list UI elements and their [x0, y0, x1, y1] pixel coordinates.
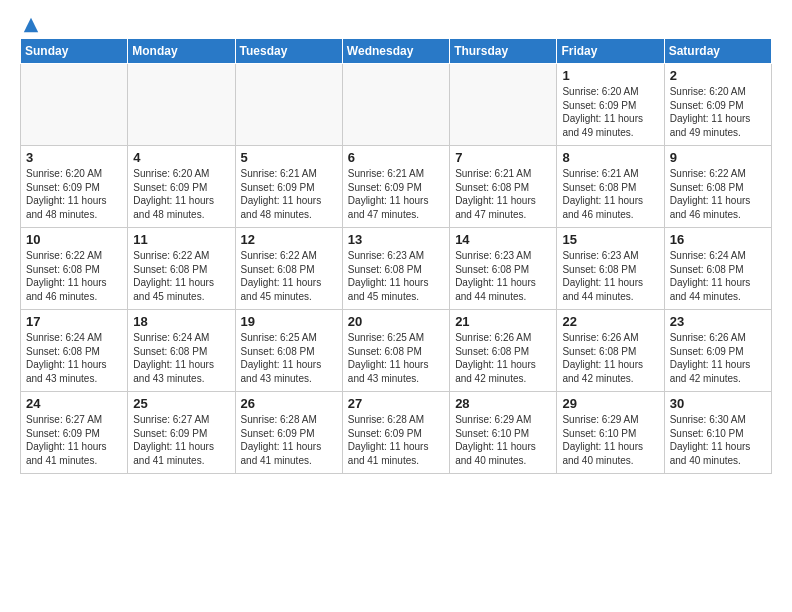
day-cell: 6Sunrise: 6:21 AM Sunset: 6:09 PM Daylig…	[342, 146, 449, 228]
day-number: 24	[26, 396, 122, 411]
logo-icon	[22, 16, 40, 34]
day-cell: 30Sunrise: 6:30 AM Sunset: 6:10 PM Dayli…	[664, 392, 771, 474]
day-number: 18	[133, 314, 229, 329]
weekday-header-wednesday: Wednesday	[342, 39, 449, 64]
day-cell: 22Sunrise: 6:26 AM Sunset: 6:08 PM Dayli…	[557, 310, 664, 392]
day-cell	[450, 64, 557, 146]
day-cell: 26Sunrise: 6:28 AM Sunset: 6:09 PM Dayli…	[235, 392, 342, 474]
day-cell: 7Sunrise: 6:21 AM Sunset: 6:08 PM Daylig…	[450, 146, 557, 228]
weekday-header-saturday: Saturday	[664, 39, 771, 64]
day-number: 17	[26, 314, 122, 329]
day-cell: 20Sunrise: 6:25 AM Sunset: 6:08 PM Dayli…	[342, 310, 449, 392]
day-number: 26	[241, 396, 337, 411]
day-cell	[235, 64, 342, 146]
day-info: Sunrise: 6:28 AM Sunset: 6:09 PM Dayligh…	[348, 413, 444, 467]
page: SundayMondayTuesdayWednesdayThursdayFrid…	[0, 0, 792, 490]
day-cell: 9Sunrise: 6:22 AM Sunset: 6:08 PM Daylig…	[664, 146, 771, 228]
day-cell: 28Sunrise: 6:29 AM Sunset: 6:10 PM Dayli…	[450, 392, 557, 474]
day-number: 4	[133, 150, 229, 165]
day-cell: 21Sunrise: 6:26 AM Sunset: 6:08 PM Dayli…	[450, 310, 557, 392]
day-number: 15	[562, 232, 658, 247]
weekday-header-row: SundayMondayTuesdayWednesdayThursdayFrid…	[21, 39, 772, 64]
day-cell: 3Sunrise: 6:20 AM Sunset: 6:09 PM Daylig…	[21, 146, 128, 228]
day-number: 19	[241, 314, 337, 329]
week-row-2: 3Sunrise: 6:20 AM Sunset: 6:09 PM Daylig…	[21, 146, 772, 228]
day-info: Sunrise: 6:26 AM Sunset: 6:08 PM Dayligh…	[562, 331, 658, 385]
day-cell: 24Sunrise: 6:27 AM Sunset: 6:09 PM Dayli…	[21, 392, 128, 474]
logo	[20, 16, 40, 30]
day-cell: 29Sunrise: 6:29 AM Sunset: 6:10 PM Dayli…	[557, 392, 664, 474]
day-cell: 2Sunrise: 6:20 AM Sunset: 6:09 PM Daylig…	[664, 64, 771, 146]
day-info: Sunrise: 6:21 AM Sunset: 6:08 PM Dayligh…	[562, 167, 658, 221]
day-number: 27	[348, 396, 444, 411]
day-number: 14	[455, 232, 551, 247]
day-info: Sunrise: 6:23 AM Sunset: 6:08 PM Dayligh…	[455, 249, 551, 303]
calendar: SundayMondayTuesdayWednesdayThursdayFrid…	[20, 38, 772, 474]
week-row-5: 24Sunrise: 6:27 AM Sunset: 6:09 PM Dayli…	[21, 392, 772, 474]
day-number: 6	[348, 150, 444, 165]
day-info: Sunrise: 6:20 AM Sunset: 6:09 PM Dayligh…	[670, 85, 766, 139]
day-cell: 17Sunrise: 6:24 AM Sunset: 6:08 PM Dayli…	[21, 310, 128, 392]
day-info: Sunrise: 6:23 AM Sunset: 6:08 PM Dayligh…	[348, 249, 444, 303]
day-cell: 1Sunrise: 6:20 AM Sunset: 6:09 PM Daylig…	[557, 64, 664, 146]
weekday-header-sunday: Sunday	[21, 39, 128, 64]
day-cell	[342, 64, 449, 146]
day-info: Sunrise: 6:21 AM Sunset: 6:09 PM Dayligh…	[348, 167, 444, 221]
day-number: 30	[670, 396, 766, 411]
day-info: Sunrise: 6:20 AM Sunset: 6:09 PM Dayligh…	[562, 85, 658, 139]
day-info: Sunrise: 6:24 AM Sunset: 6:08 PM Dayligh…	[133, 331, 229, 385]
day-cell: 27Sunrise: 6:28 AM Sunset: 6:09 PM Dayli…	[342, 392, 449, 474]
day-number: 25	[133, 396, 229, 411]
day-info: Sunrise: 6:25 AM Sunset: 6:08 PM Dayligh…	[348, 331, 444, 385]
svg-marker-0	[24, 18, 38, 32]
day-info: Sunrise: 6:29 AM Sunset: 6:10 PM Dayligh…	[455, 413, 551, 467]
day-cell: 16Sunrise: 6:24 AM Sunset: 6:08 PM Dayli…	[664, 228, 771, 310]
day-cell: 5Sunrise: 6:21 AM Sunset: 6:09 PM Daylig…	[235, 146, 342, 228]
header	[20, 16, 772, 30]
day-cell: 19Sunrise: 6:25 AM Sunset: 6:08 PM Dayli…	[235, 310, 342, 392]
week-row-3: 10Sunrise: 6:22 AM Sunset: 6:08 PM Dayli…	[21, 228, 772, 310]
day-info: Sunrise: 6:24 AM Sunset: 6:08 PM Dayligh…	[26, 331, 122, 385]
day-number: 22	[562, 314, 658, 329]
day-cell: 10Sunrise: 6:22 AM Sunset: 6:08 PM Dayli…	[21, 228, 128, 310]
day-info: Sunrise: 6:26 AM Sunset: 6:09 PM Dayligh…	[670, 331, 766, 385]
week-row-4: 17Sunrise: 6:24 AM Sunset: 6:08 PM Dayli…	[21, 310, 772, 392]
day-cell: 14Sunrise: 6:23 AM Sunset: 6:08 PM Dayli…	[450, 228, 557, 310]
weekday-header-tuesday: Tuesday	[235, 39, 342, 64]
day-number: 16	[670, 232, 766, 247]
day-info: Sunrise: 6:27 AM Sunset: 6:09 PM Dayligh…	[26, 413, 122, 467]
day-info: Sunrise: 6:20 AM Sunset: 6:09 PM Dayligh…	[133, 167, 229, 221]
day-info: Sunrise: 6:26 AM Sunset: 6:08 PM Dayligh…	[455, 331, 551, 385]
day-number: 13	[348, 232, 444, 247]
day-cell: 8Sunrise: 6:21 AM Sunset: 6:08 PM Daylig…	[557, 146, 664, 228]
week-row-1: 1Sunrise: 6:20 AM Sunset: 6:09 PM Daylig…	[21, 64, 772, 146]
day-cell: 18Sunrise: 6:24 AM Sunset: 6:08 PM Dayli…	[128, 310, 235, 392]
day-number: 7	[455, 150, 551, 165]
day-info: Sunrise: 6:29 AM Sunset: 6:10 PM Dayligh…	[562, 413, 658, 467]
day-number: 1	[562, 68, 658, 83]
day-cell: 15Sunrise: 6:23 AM Sunset: 6:08 PM Dayli…	[557, 228, 664, 310]
day-cell: 25Sunrise: 6:27 AM Sunset: 6:09 PM Dayli…	[128, 392, 235, 474]
day-cell: 23Sunrise: 6:26 AM Sunset: 6:09 PM Dayli…	[664, 310, 771, 392]
day-number: 8	[562, 150, 658, 165]
day-number: 21	[455, 314, 551, 329]
day-cell: 12Sunrise: 6:22 AM Sunset: 6:08 PM Dayli…	[235, 228, 342, 310]
weekday-header-monday: Monday	[128, 39, 235, 64]
weekday-header-thursday: Thursday	[450, 39, 557, 64]
day-info: Sunrise: 6:21 AM Sunset: 6:09 PM Dayligh…	[241, 167, 337, 221]
day-cell	[128, 64, 235, 146]
day-cell: 13Sunrise: 6:23 AM Sunset: 6:08 PM Dayli…	[342, 228, 449, 310]
day-info: Sunrise: 6:27 AM Sunset: 6:09 PM Dayligh…	[133, 413, 229, 467]
day-number: 29	[562, 396, 658, 411]
day-info: Sunrise: 6:21 AM Sunset: 6:08 PM Dayligh…	[455, 167, 551, 221]
day-number: 23	[670, 314, 766, 329]
day-number: 10	[26, 232, 122, 247]
day-number: 12	[241, 232, 337, 247]
day-number: 9	[670, 150, 766, 165]
day-cell: 11Sunrise: 6:22 AM Sunset: 6:08 PM Dayli…	[128, 228, 235, 310]
day-info: Sunrise: 6:22 AM Sunset: 6:08 PM Dayligh…	[26, 249, 122, 303]
weekday-header-friday: Friday	[557, 39, 664, 64]
day-info: Sunrise: 6:22 AM Sunset: 6:08 PM Dayligh…	[133, 249, 229, 303]
day-number: 28	[455, 396, 551, 411]
day-info: Sunrise: 6:28 AM Sunset: 6:09 PM Dayligh…	[241, 413, 337, 467]
